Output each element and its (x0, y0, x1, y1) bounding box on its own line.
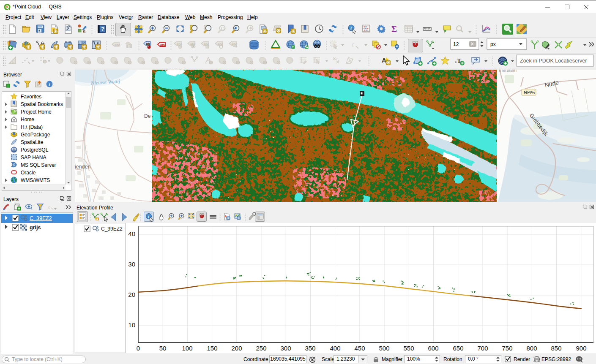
svg-text:10: 10 (128, 321, 135, 329)
svg-text:C_39EZ2: C_39EZ2 (101, 226, 123, 232)
svg-text:150: 150 (207, 345, 217, 352)
svg-text:350: 350 (305, 345, 315, 352)
svg-text:400: 400 (330, 345, 340, 352)
svg-text:850: 850 (551, 345, 561, 352)
svg-text:ε: ε (48, 204, 51, 210)
svg-text:1:1: 1:1 (221, 27, 225, 30)
svg-text:200: 200 (231, 345, 242, 352)
svg-text:100: 100 (182, 345, 192, 352)
svg-text:Σ: Σ (391, 24, 397, 34)
svg-text:250: 250 (256, 345, 266, 352)
svg-text:700: 700 (477, 345, 488, 352)
svg-text:800: 800 (526, 345, 537, 352)
svg-text:C_39EZ2: C_39EZ2 (30, 215, 52, 221)
svg-text:20: 20 (128, 291, 135, 298)
svg-text:Zoek in PDOK Locatieserver: Zoek in PDOK Locatieserver (520, 58, 587, 64)
svg-text:De: De (144, 113, 151, 119)
svg-text:550: 550 (403, 345, 414, 352)
svg-text:grijs: grijs (30, 225, 41, 231)
svg-text:50: 50 (159, 345, 167, 352)
svg-text:12: 12 (453, 41, 459, 47)
svg-text:650: 650 (453, 345, 463, 352)
svg-text:900: 900 (576, 345, 586, 352)
svg-text:merstein: merstein (499, 70, 517, 73)
svg-text:?: ? (101, 26, 104, 32)
svg-text:450: 450 (354, 345, 365, 352)
svg-text:750: 750 (502, 345, 512, 352)
svg-text:0: 0 (137, 345, 140, 352)
svg-text:40: 40 (128, 230, 135, 237)
svg-text:ienden: ienden (75, 164, 91, 170)
svg-text:i: i (148, 214, 149, 219)
svg-text:300: 300 (280, 345, 291, 352)
svg-text:600: 600 (428, 345, 438, 352)
svg-text:ab: ab (146, 42, 150, 46)
svg-text:30: 30 (128, 261, 135, 268)
svg-text:px: px (490, 41, 496, 47)
svg-text:a: a (83, 28, 86, 33)
svg-text:abc: abc (160, 43, 166, 47)
svg-text:ε: ε (352, 41, 354, 48)
svg-text:500: 500 (379, 345, 389, 352)
